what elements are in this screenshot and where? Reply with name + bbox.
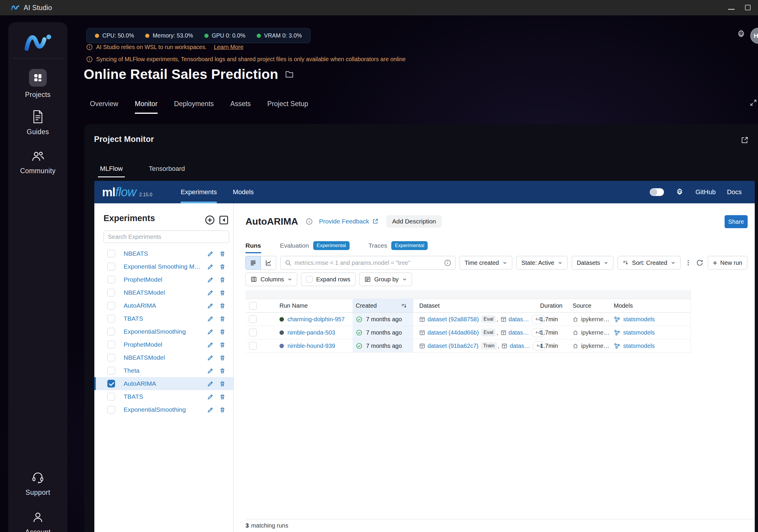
tab-mlflow[interactable]: MLFlow (100, 165, 123, 177)
sidebar-item-projects[interactable]: Projects (8, 69, 67, 99)
column-header-source[interactable]: Source (568, 299, 609, 313)
sort-dropdown[interactable]: Sort: Created (617, 256, 680, 270)
tab-tensorboard[interactable]: Tensorboard (149, 165, 185, 177)
user-avatar[interactable]: HU (750, 28, 758, 44)
experiment-name[interactable]: AutoARIMA (123, 380, 202, 387)
edit-experiment-icon[interactable] (207, 354, 214, 361)
experiment-list-item[interactable]: AutoARIMA (94, 377, 233, 390)
mlflow-tab-experiments[interactable]: Experiments (181, 181, 217, 203)
delete-experiment-icon[interactable] (219, 341, 226, 348)
tab-assets[interactable]: Assets (230, 100, 251, 114)
row-checkbox[interactable] (249, 329, 257, 336)
experiment-name[interactable]: Exponential Smoothing Model (123, 263, 202, 270)
experiment-name[interactable]: TBATS (123, 393, 202, 400)
dataset-link-truncated[interactable]: datas… (509, 316, 529, 323)
github-link[interactable]: GitHub (695, 188, 715, 196)
experiment-list-item[interactable]: TBATS (94, 390, 233, 403)
experiment-list-item[interactable]: ProphetModel (94, 338, 233, 351)
table-row[interactable]: charming-dolphin-957 7 months ago datase… (246, 313, 691, 326)
delete-experiment-icon[interactable] (219, 367, 226, 374)
sort-desc-icon[interactable] (401, 303, 407, 309)
experiment-name[interactable]: NBEATSModel (123, 354, 202, 361)
tab-evaluation[interactable]: Evaluation Experimental (280, 241, 350, 254)
delete-experiment-icon[interactable] (219, 302, 226, 309)
experiment-list-item[interactable]: TBATS (94, 312, 233, 325)
more-options-kebab-icon[interactable] (685, 259, 692, 266)
delete-experiment-icon[interactable] (219, 406, 226, 413)
dataset-link[interactable]: dataset (92a88758) (427, 316, 478, 323)
delete-experiment-icon[interactable] (219, 263, 226, 270)
experiment-list-item[interactable]: NBEATSModel (94, 351, 233, 364)
list-view-button[interactable] (246, 256, 261, 270)
experiment-checkbox[interactable] (107, 393, 115, 400)
filter-info-icon[interactable] (444, 259, 451, 266)
experiment-checkbox[interactable] (107, 380, 115, 387)
dataset-link[interactable]: dataset (91ba62c7) (427, 343, 478, 349)
experiment-checkbox[interactable] (107, 367, 115, 375)
column-header-dataset[interactable]: Dataset (413, 299, 535, 313)
expand-rows-checkbox[interactable] (306, 276, 313, 283)
table-row[interactable]: nimble-panda-503 7 months ago dataset (4… (246, 326, 691, 339)
edit-experiment-icon[interactable] (207, 393, 214, 400)
select-all-checkbox[interactable] (249, 302, 257, 310)
model-link[interactable]: statsmodels (623, 329, 655, 336)
settings-gear-icon[interactable] (737, 29, 746, 39)
delete-experiment-icon[interactable] (219, 393, 226, 400)
theme-toggle[interactable] (650, 188, 664, 196)
model-link[interactable]: statsmodels (623, 316, 655, 323)
experiment-name[interactable]: Theta (123, 367, 202, 374)
dataset-link[interactable]: dataset (44dad66b) (427, 329, 478, 336)
docs-link[interactable]: Docs (727, 188, 742, 196)
run-source[interactable]: ipykerne… (581, 329, 609, 336)
folder-icon[interactable] (285, 70, 294, 78)
tab-overview[interactable]: Overview (90, 100, 118, 114)
tab-project-setup[interactable]: Project Setup (267, 100, 308, 114)
new-run-button[interactable]: + New run (708, 256, 747, 270)
model-link[interactable]: statsmodels (623, 343, 655, 349)
datasets-dropdown[interactable]: Datasets (572, 256, 613, 270)
dataset-link-truncated[interactable]: datas… (510, 343, 530, 349)
edit-experiment-icon[interactable] (207, 316, 214, 322)
run-name-link[interactable]: charming-dolphin-957 (288, 316, 345, 323)
sidebar-item-guides[interactable]: Guides (8, 110, 67, 136)
experiment-list-item[interactable]: NBEATSModel (94, 286, 233, 299)
edit-experiment-icon[interactable] (207, 341, 214, 348)
run-source[interactable]: ipykerne… (581, 316, 609, 323)
experiment-checkbox[interactable] (107, 289, 115, 296)
edit-experiment-icon[interactable] (207, 289, 214, 296)
row-checkbox[interactable] (249, 316, 257, 323)
edit-experiment-icon[interactable] (207, 367, 214, 374)
minimize-button[interactable] (728, 9, 735, 10)
open-in-window-icon[interactable] (740, 136, 749, 145)
experiment-name[interactable]: ExponentialSmoothing (123, 406, 202, 413)
experiment-list-item[interactable]: ExponentialSmoothing (94, 403, 233, 416)
time-created-dropdown[interactable]: Time created (460, 256, 512, 270)
runs-filter-input[interactable] (294, 259, 441, 266)
edit-experiment-icon[interactable] (207, 381, 214, 387)
delete-experiment-icon[interactable] (219, 354, 226, 361)
tab-monitor[interactable]: Monitor (135, 100, 157, 114)
add-description-button[interactable]: Add Description (386, 215, 442, 228)
experiment-checkbox[interactable] (107, 328, 115, 335)
maximize-button[interactable] (745, 5, 751, 10)
info-icon[interactable] (306, 218, 313, 225)
search-experiments-input[interactable] (104, 231, 229, 243)
run-name-link[interactable]: nimble-hound-939 (288, 343, 335, 349)
experiment-list-item[interactable]: AutoARIMA (94, 299, 233, 312)
experiment-checkbox[interactable] (107, 354, 115, 361)
experiment-checkbox[interactable] (107, 263, 115, 270)
dataset-link-truncated[interactable]: datas… (509, 329, 529, 336)
delete-experiment-icon[interactable] (219, 250, 226, 257)
edit-experiment-icon[interactable] (207, 263, 214, 270)
delete-experiment-icon[interactable] (219, 289, 226, 296)
chart-view-button[interactable] (261, 256, 276, 270)
column-header-models[interactable]: Models (609, 299, 691, 313)
edit-experiment-icon[interactable] (207, 406, 214, 413)
share-button[interactable]: Share (725, 215, 748, 228)
experiment-list-item[interactable]: Theta (94, 364, 233, 377)
run-name-link[interactable]: nimble-panda-503 (288, 329, 335, 336)
expand-page-icon[interactable] (749, 99, 757, 107)
edit-experiment-icon[interactable] (207, 276, 214, 283)
experiment-list-item[interactable]: Exponential Smoothing Model (94, 260, 233, 273)
column-header-run-name[interactable]: Run Name (275, 299, 353, 313)
